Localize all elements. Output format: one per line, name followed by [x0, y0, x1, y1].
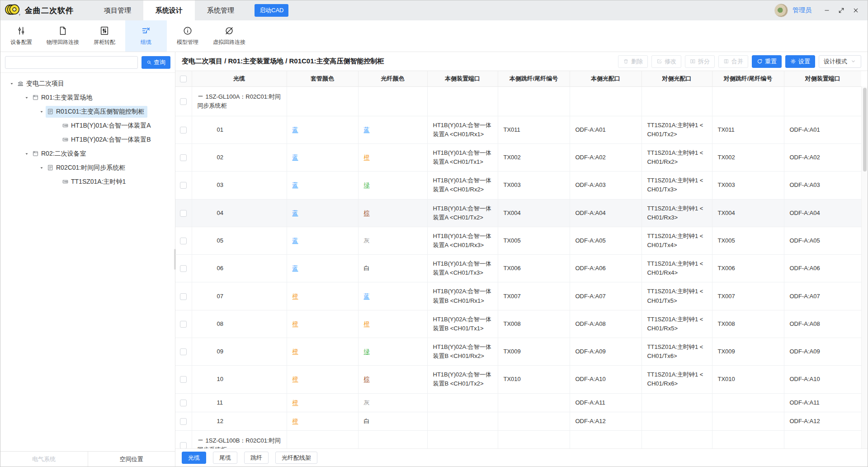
vertical-scrollbar-thumb[interactable]: [863, 88, 867, 172]
tube-color-value[interactable]: 橙: [292, 293, 298, 300]
row-checkbox[interactable]: [180, 348, 187, 355]
tube-color-value[interactable]: 橙: [292, 399, 298, 406]
avatar[interactable]: [774, 4, 788, 17]
tube-color-value[interactable]: 蓝: [292, 154, 298, 161]
titlebar-tab[interactable]: 项目管理: [92, 0, 143, 20]
fiber-color-value[interactable]: 蓝: [364, 293, 370, 300]
select-all-checkbox[interactable]: [180, 76, 187, 82]
row-checkbox[interactable]: [180, 418, 187, 425]
tube-color-value[interactable]: 蓝: [292, 181, 298, 188]
main-panel: 变电二次项目 / R01:主变装置场地 / R01C01:主变高压侧智能控制柜 …: [175, 52, 868, 467]
row-checkbox[interactable]: [180, 376, 187, 383]
row-checkbox[interactable]: [180, 442, 187, 448]
sidebar-bottom-tab[interactable]: 电气系统: [0, 452, 88, 467]
toolbar-item[interactable]: 组缆: [125, 20, 167, 52]
titlebar-tab[interactable]: 系统管理: [195, 0, 246, 20]
remote-port-cell: ODF-A:A03: [784, 172, 861, 199]
search-input[interactable]: [5, 56, 138, 69]
username[interactable]: 管理员: [793, 6, 811, 14]
tree-item[interactable]: HT1B(Y)01A:合智一体装置A: [0, 119, 175, 133]
minimize-button[interactable]: [820, 4, 834, 17]
trash-icon: [623, 58, 629, 64]
row-checkbox[interactable]: [180, 238, 187, 244]
caret-down-icon[interactable]: [23, 152, 31, 156]
local-fiber-no-cell: TX011: [498, 116, 570, 143]
toolbar-item[interactable]: 虚拟回路连接: [208, 20, 250, 52]
tree-item-label: R02:二次设备室: [41, 150, 86, 158]
tube-color-value[interactable]: 蓝: [292, 126, 298, 133]
tree-item[interactable]: TT1SZ01A:主时钟1: [0, 175, 175, 189]
body: 查询 变电二次项目R01:主变装置场地R01C01:主变高压侧智能控制柜HT1B…: [0, 52, 868, 467]
fiber-color-cell: 绿: [358, 172, 427, 199]
action-button[interactable]: 重置: [752, 55, 782, 68]
action-button[interactable]: 设置: [785, 55, 815, 68]
row-checkbox[interactable]: [180, 265, 187, 272]
row-checkbox[interactable]: [180, 210, 187, 217]
fiber-color-value[interactable]: 绿: [364, 181, 370, 188]
tube-color-value[interactable]: 橙: [292, 320, 298, 327]
row-checkbox[interactable]: [180, 182, 187, 189]
tree-item[interactable]: 变电二次项目: [0, 76, 175, 91]
local-odf-cell: ODF-A:A10: [570, 366, 642, 393]
bottom-tab[interactable]: 跳纤: [244, 452, 269, 464]
tube-color-value[interactable]: 蓝: [292, 210, 298, 216]
caret-down-icon[interactable]: [38, 110, 46, 114]
tube-color-value[interactable]: 橙: [292, 348, 298, 355]
row-checkbox[interactable]: [180, 154, 187, 161]
titlebar-tab[interactable]: 系统设计: [143, 0, 195, 20]
caret-down-icon[interactable]: [8, 81, 16, 86]
collapse-group-icon[interactable]: [198, 437, 203, 443]
tree-item[interactable]: R02:二次设备室: [0, 147, 175, 161]
row-checkbox[interactable]: [180, 127, 187, 133]
fiber-color-value[interactable]: 绿: [364, 348, 370, 355]
sidebar-bottom-tab[interactable]: 空间位置: [88, 452, 175, 467]
caret-down-icon: [24, 95, 29, 100]
vertical-scrollbar[interactable]: [861, 86, 868, 448]
fiber-color-value[interactable]: 棕: [364, 376, 370, 382]
search-button[interactable]: 查询: [142, 56, 170, 69]
design-mode-select[interactable]: 设计模式: [819, 55, 861, 68]
toolbar-item[interactable]: 设备配置: [0, 20, 42, 52]
fiber-color-cell: 灰: [358, 227, 427, 254]
collapse-group-icon[interactable]: [198, 93, 203, 99]
close-button[interactable]: [849, 4, 863, 17]
toolbar-item[interactable]: 物理回路连接: [42, 20, 84, 52]
checkbox-cell: [175, 255, 192, 282]
caret-down-icon[interactable]: [38, 166, 46, 170]
tree-item[interactable]: R01:主变装置场地: [0, 91, 175, 105]
fiber-color-value: 灰: [364, 399, 370, 406]
bottom-tab[interactable]: 光纤配线架: [275, 452, 317, 464]
tree-item[interactable]: HT1B(Y)02A:合智一体装置B: [0, 133, 175, 147]
fiber-color-value[interactable]: 橙: [364, 320, 370, 327]
action-button-label: 修改: [665, 57, 676, 66]
tree-item[interactable]: R01C01:主变高压侧智能控制柜: [0, 105, 175, 119]
caret-down-icon[interactable]: [23, 95, 31, 100]
tree-item[interactable]: R02C01:时间同步系统柜: [0, 161, 175, 175]
tube-color-value[interactable]: 橙: [292, 376, 298, 382]
tube-color-value[interactable]: 蓝: [292, 265, 298, 272]
maximize-button[interactable]: [834, 4, 849, 17]
local-odf-cell: ODF-A:A09: [570, 338, 642, 366]
action-button-label: 删除: [631, 57, 643, 66]
sidebar-bottom-tabs: 电气系统空间位置: [0, 451, 175, 467]
fiber-color-value[interactable]: 棕: [364, 210, 370, 216]
action-button: 拆分: [685, 55, 715, 68]
cabinet-icon: [47, 164, 54, 171]
row-checkbox[interactable]: [180, 400, 187, 406]
row-checkbox[interactable]: [180, 98, 187, 105]
bottom-tab[interactable]: 光缆: [182, 452, 206, 464]
fiber-color-value[interactable]: 蓝: [364, 126, 370, 133]
tree-item-label: HT1B(Y)02A:合智一体装置B: [71, 136, 151, 144]
row-checkbox[interactable]: [180, 321, 187, 328]
fiber-color-cell: 灰: [358, 393, 427, 412]
tube-color-value[interactable]: 橙: [292, 418, 298, 424]
tube-color-value[interactable]: 蓝: [292, 237, 298, 244]
launch-cad-button[interactable]: 启动CAD: [255, 4, 288, 17]
toolbar-item[interactable]: 模型管理: [167, 20, 208, 52]
fiber-color-value[interactable]: 橙: [364, 154, 370, 161]
row-checkbox[interactable]: [180, 293, 187, 300]
tube-color-cell: 蓝: [287, 144, 358, 172]
bottom-tab[interactable]: 尾缆: [213, 452, 237, 464]
project-tree: 变电二次项目R01:主变装置场地R01C01:主变高压侧智能控制柜HT1B(Y)…: [0, 72, 175, 451]
toolbar-item[interactable]: 屏柜转配: [84, 20, 125, 52]
